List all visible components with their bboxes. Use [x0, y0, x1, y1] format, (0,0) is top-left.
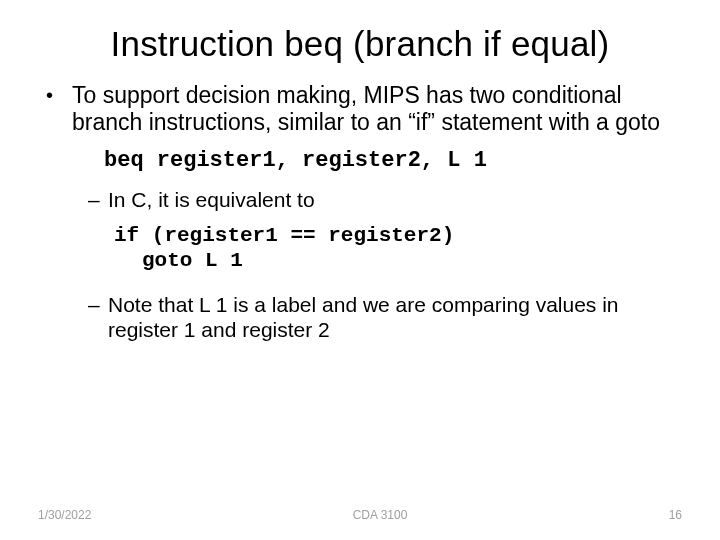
bullet-level1: • To support decision making, MIPS has t…	[46, 82, 680, 136]
code-c: if (register1 == register2) goto L 1	[114, 223, 680, 273]
bullet-text: Note that L 1 is a label and we are comp…	[108, 293, 680, 343]
slide-title: Instruction beq (branch if equal)	[40, 24, 680, 64]
footer-course: CDA 3100	[353, 508, 408, 522]
code-beq: beq register1, register2, L 1	[104, 148, 680, 174]
bullet-dash: –	[88, 293, 108, 343]
footer-page: 16	[669, 508, 682, 522]
footer-date: 1/30/2022	[38, 508, 91, 522]
bullet-level2-a: – In C, it is equivalent to	[88, 188, 680, 213]
code-line-2: goto L 1	[114, 248, 680, 273]
bullet-dot: •	[46, 82, 72, 136]
code-line-1: if (register1 == register2)	[114, 223, 680, 248]
bullet-text: In C, it is equivalent to	[108, 188, 680, 213]
bullet-level2-b: – Note that L 1 is a label and we are co…	[88, 293, 680, 343]
bullet-dash: –	[88, 188, 108, 213]
slide-body: • To support decision making, MIPS has t…	[40, 82, 680, 343]
bullet-text: To support decision making, MIPS has two…	[72, 82, 680, 136]
slide-footer: 1/30/2022 CDA 3100 16	[0, 508, 720, 522]
